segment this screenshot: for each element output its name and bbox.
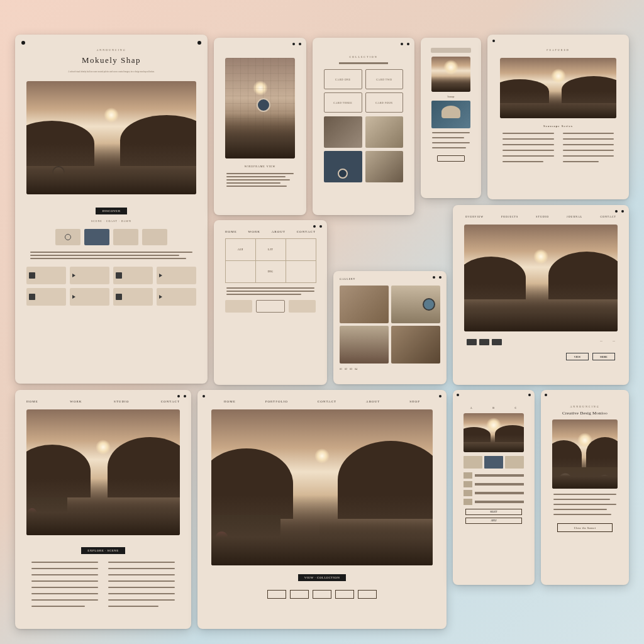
nav-item[interactable]: HOME [26,400,38,403]
page-number[interactable]: 02 [345,367,347,370]
nav-item[interactable]: CONTACT [297,230,316,233]
nav-item[interactable]: PROJECTS [501,215,518,218]
cta-button[interactable] [437,155,465,162]
chip[interactable] [313,590,331,599]
texture-tile[interactable] [324,116,362,148]
mockup-card-mobile: Seascape [421,38,481,198]
page-number[interactable]: 01 [340,367,342,370]
mockup-card-article: FEATURED Seascape Series [487,35,629,199]
grass [319,521,433,565]
control-item[interactable] [157,288,196,306]
photo-thumb[interactable] [391,326,440,364]
nav-item[interactable]: CONTACT [161,400,180,403]
button-row: VIEW MORE [467,353,615,360]
florals [552,467,618,489]
page-number[interactable]: 04 [355,367,357,370]
preview-image [464,413,524,452]
table-cell [225,260,256,283]
hero-image-wireframe [225,58,295,158]
text-lines [226,173,294,187]
window-controls [401,43,409,45]
button-stack: SELECT APPLY [465,509,522,524]
caption: Seascape [428,96,474,98]
window-controls [433,276,441,279]
nav-item[interactable]: HOME [224,400,236,403]
text-lines [226,287,314,295]
chip[interactable] [335,590,354,599]
thumbnail[interactable] [484,456,503,469]
footer-button[interactable] [256,300,284,313]
text-lines [553,494,616,517]
tab[interactable]: B [492,406,495,409]
control-item[interactable] [113,288,153,306]
item-card[interactable]: CARD THREE [324,92,362,113]
item-card[interactable]: CARD ONE [324,69,362,89]
swatch[interactable] [113,229,138,245]
chip[interactable] [290,590,309,599]
swatch[interactable] [84,229,109,245]
nav-item[interactable]: WORK [70,400,82,403]
chip[interactable] [267,590,286,599]
mockup-card-collection-grid: COLLECTION CARD ONE CARD TWO CARD THREE … [313,38,414,215]
control-item[interactable] [26,288,66,306]
nav-item[interactable]: SHOP [409,400,420,403]
nav-item[interactable]: OVERVIEW [465,215,484,218]
social-icon[interactable] [467,339,477,345]
item-card[interactable]: CARD TWO [365,69,404,89]
thumbnail[interactable] [464,456,482,469]
window-controls [203,395,205,397]
photo-thumb[interactable] [340,286,389,323]
cta-button[interactable]: EXPLORE · SCENE [81,547,125,554]
cta-button[interactable]: Close the Sunset [557,523,613,532]
feature-tile[interactable] [431,101,470,128]
texture-tile[interactable] [365,151,404,182]
control-item[interactable] [113,267,153,284]
nav-item[interactable]: WORK [248,230,260,233]
tab[interactable]: A [470,406,473,409]
nav-item[interactable]: STUDIO [114,400,129,403]
tab[interactable]: C [515,406,518,409]
photo-thumb[interactable] [340,326,389,364]
photo-grid [340,286,440,364]
nav-item[interactable]: STUDIO [536,215,549,218]
nav-item[interactable]: PORTFOLIO [265,400,288,403]
cta-button[interactable]: DISCOVER [96,208,126,214]
footer-text: —— [600,339,615,345]
nav-item[interactable]: CONTACT [318,400,336,403]
nav-item[interactable]: JOURNAL [567,215,582,218]
button[interactable]: VIEW [566,353,589,360]
texture-tile[interactable] [365,116,404,148]
lens-icon [257,98,270,112]
nav-item[interactable]: ABOUT [272,230,286,233]
swatch[interactable] [55,229,80,245]
footer-button[interactable] [289,300,316,313]
mockup-card-toolbox: A B C SELECT APPLY [453,390,535,585]
button[interactable]: APPLY [465,518,522,524]
property-list [464,472,524,505]
control-item[interactable] [70,267,109,284]
social-icon[interactable] [479,339,489,345]
photo-thumb[interactable] [391,286,440,323]
footer-row: —— [467,339,615,345]
page-number[interactable]: 03 [350,367,352,370]
texture-tile[interactable] [324,151,362,182]
chip[interactable] [358,590,377,599]
nav-item[interactable]: CONTACT [600,215,616,218]
swatch-row [23,229,200,245]
button[interactable]: MORE [592,353,615,360]
thumbnail[interactable] [505,456,524,469]
control-item[interactable] [70,288,109,306]
nav-item[interactable]: ABOUT [366,400,380,403]
cta-button[interactable]: VIEW · COLLECTION [298,574,347,581]
nav-item[interactable]: HOME [225,230,237,233]
item-card[interactable]: CARD FOUR [365,92,404,113]
control-item[interactable] [157,267,196,284]
nav-bar: HOME WORK STUDIO CONTACT [26,400,180,403]
spec-table: AUI LIT DIG [225,238,316,282]
table-cell: LIT [255,238,286,261]
social-icon[interactable] [492,339,502,345]
footer-button[interactable] [225,300,252,313]
control-item[interactable] [26,267,66,284]
swatch[interactable] [142,229,167,245]
button[interactable]: SELECT [465,509,522,515]
